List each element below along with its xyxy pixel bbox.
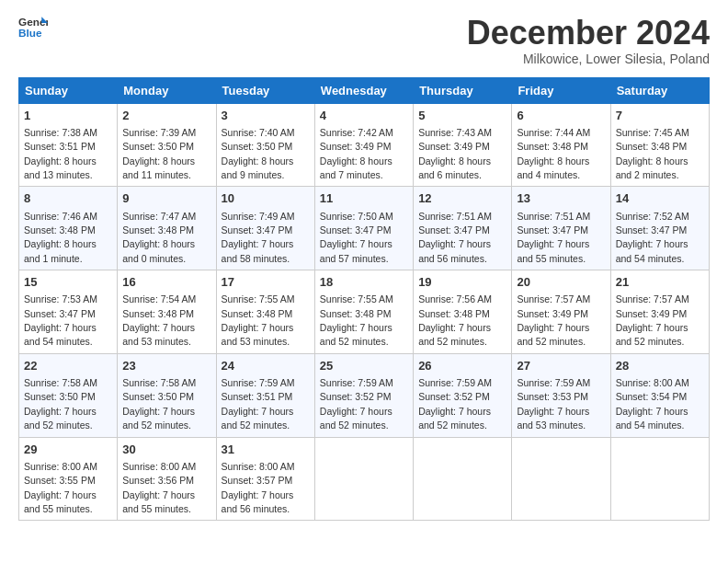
calendar-cell xyxy=(314,437,413,521)
day-number: 26 xyxy=(418,358,506,374)
calendar-cell: 15Sunrise: 7:53 AMSunset: 3:47 PMDayligh… xyxy=(19,270,118,354)
day-number: 23 xyxy=(122,358,210,374)
day-number: 7 xyxy=(616,108,704,124)
sunset-text: Sunset: 3:50 PM xyxy=(122,141,194,152)
calendar-cell: 18Sunrise: 7:55 AMSunset: 3:48 PMDayligh… xyxy=(314,270,413,354)
day-number: 1 xyxy=(24,108,112,124)
sunset-text: Sunset: 3:55 PM xyxy=(24,475,96,486)
calendar-week-row: 29Sunrise: 8:00 AMSunset: 3:55 PMDayligh… xyxy=(19,437,710,521)
calendar-cell: 4Sunrise: 7:42 AMSunset: 3:49 PMDaylight… xyxy=(314,103,413,187)
daylight-text: Daylight: 7 hours and 54 minutes. xyxy=(616,238,688,263)
daylight-text: Daylight: 7 hours and 54 minutes. xyxy=(24,322,97,347)
day-number: 3 xyxy=(222,108,310,124)
sunset-text: Sunset: 3:49 PM xyxy=(418,141,490,152)
daylight-text: Daylight: 7 hours and 53 minutes. xyxy=(122,322,195,347)
day-header-friday: Friday xyxy=(512,77,610,103)
daylight-text: Daylight: 7 hours and 52 minutes. xyxy=(222,406,294,431)
day-number: 4 xyxy=(320,108,408,124)
day-header-monday: Monday xyxy=(118,77,216,103)
sunrise-text: Sunrise: 8:00 AM xyxy=(122,461,196,472)
calendar-cell: 29Sunrise: 8:00 AMSunset: 3:55 PMDayligh… xyxy=(19,437,118,521)
daylight-text: Daylight: 7 hours and 53 minutes. xyxy=(517,406,589,431)
sunset-text: Sunset: 3:47 PM xyxy=(616,224,688,236)
day-number: 20 xyxy=(517,274,605,291)
daylight-text: Daylight: 8 hours and 9 minutes. xyxy=(222,155,294,180)
sunrise-text: Sunrise: 8:00 AM xyxy=(616,377,689,388)
sunset-text: Sunset: 3:51 PM xyxy=(222,391,293,402)
sunset-text: Sunset: 3:50 PM xyxy=(122,391,194,402)
daylight-text: Daylight: 8 hours and 4 minutes. xyxy=(517,155,589,180)
daylight-text: Daylight: 7 hours and 52 minutes. xyxy=(122,406,195,431)
sunrise-text: Sunrise: 8:00 AM xyxy=(24,461,97,472)
sunset-text: Sunset: 3:48 PM xyxy=(517,141,588,152)
day-number: 15 xyxy=(24,274,112,291)
svg-text:Blue: Blue xyxy=(18,27,42,39)
sunset-text: Sunset: 3:48 PM xyxy=(320,308,392,319)
sunrise-text: Sunrise: 7:46 AM xyxy=(24,211,97,222)
sunrise-text: Sunrise: 7:54 AM xyxy=(122,293,196,304)
daylight-text: Daylight: 7 hours and 56 minutes. xyxy=(418,238,491,263)
daylight-text: Daylight: 7 hours and 52 minutes. xyxy=(418,406,491,431)
daylight-text: Daylight: 7 hours and 55 minutes. xyxy=(122,489,195,514)
calendar-cell xyxy=(512,437,610,521)
daylight-text: Daylight: 7 hours and 52 minutes. xyxy=(24,406,97,431)
day-number: 16 xyxy=(122,274,210,291)
day-number: 21 xyxy=(616,274,704,291)
calendar-cell: 5Sunrise: 7:43 AMSunset: 3:49 PMDaylight… xyxy=(414,103,512,187)
sunset-text: Sunset: 3:49 PM xyxy=(616,308,688,319)
calendar-cell: 26Sunrise: 7:59 AMSunset: 3:52 PMDayligh… xyxy=(414,353,512,437)
sunrise-text: Sunrise: 7:59 AM xyxy=(320,377,393,388)
calendar-cell: 25Sunrise: 7:59 AMSunset: 3:52 PMDayligh… xyxy=(314,353,413,437)
sunrise-text: Sunrise: 7:44 AM xyxy=(517,127,590,138)
daylight-text: Daylight: 8 hours and 6 minutes. xyxy=(418,155,491,180)
sunrise-text: Sunrise: 8:00 AM xyxy=(222,461,295,472)
calendar-cell: 2Sunrise: 7:39 AMSunset: 3:50 PMDaylight… xyxy=(118,103,216,187)
calendar-cell: 7Sunrise: 7:45 AMSunset: 3:48 PMDaylight… xyxy=(610,103,709,187)
day-number: 19 xyxy=(418,274,506,291)
day-number: 24 xyxy=(222,358,310,374)
calendar-cell: 16Sunrise: 7:54 AMSunset: 3:48 PMDayligh… xyxy=(118,270,216,354)
daylight-text: Daylight: 7 hours and 55 minutes. xyxy=(517,238,589,263)
sunrise-text: Sunrise: 7:45 AM xyxy=(616,127,689,138)
day-number: 27 xyxy=(517,358,605,374)
sunrise-text: Sunrise: 7:42 AM xyxy=(320,127,393,138)
sunset-text: Sunset: 3:48 PM xyxy=(418,308,490,319)
sunset-text: Sunset: 3:48 PM xyxy=(24,224,96,236)
calendar-week-row: 15Sunrise: 7:53 AMSunset: 3:47 PMDayligh… xyxy=(19,270,710,354)
day-header-sunday: Sunday xyxy=(19,77,118,103)
calendar-table: SundayMondayTuesdayWednesdayThursdayFrid… xyxy=(18,77,710,522)
day-number: 5 xyxy=(418,108,506,124)
daylight-text: Daylight: 7 hours and 57 minutes. xyxy=(320,238,392,263)
sunset-text: Sunset: 3:52 PM xyxy=(418,391,490,402)
sunset-text: Sunset: 3:49 PM xyxy=(517,308,588,319)
calendar-cell: 13Sunrise: 7:51 AMSunset: 3:47 PMDayligh… xyxy=(512,187,610,270)
calendar-cell: 24Sunrise: 7:59 AMSunset: 3:51 PMDayligh… xyxy=(216,353,314,437)
day-number: 11 xyxy=(320,190,408,207)
calendar-cell: 8Sunrise: 7:46 AMSunset: 3:48 PMDaylight… xyxy=(19,187,118,270)
daylight-text: Daylight: 8 hours and 2 minutes. xyxy=(616,155,688,180)
calendar-cell: 11Sunrise: 7:50 AMSunset: 3:47 PMDayligh… xyxy=(314,187,413,270)
calendar-header-row: SundayMondayTuesdayWednesdayThursdayFrid… xyxy=(19,77,710,103)
calendar-cell: 9Sunrise: 7:47 AMSunset: 3:48 PMDaylight… xyxy=(118,187,216,270)
sunset-text: Sunset: 3:47 PM xyxy=(320,224,392,236)
calendar-cell: 30Sunrise: 8:00 AMSunset: 3:56 PMDayligh… xyxy=(118,437,216,521)
calendar-cell: 31Sunrise: 8:00 AMSunset: 3:57 PMDayligh… xyxy=(216,437,314,521)
daylight-text: Daylight: 7 hours and 52 minutes. xyxy=(517,322,589,347)
sunrise-text: Sunrise: 7:57 AM xyxy=(616,293,689,304)
sunrise-text: Sunrise: 7:39 AM xyxy=(122,127,196,138)
day-number: 12 xyxy=(418,190,506,207)
calendar-week-row: 1Sunrise: 7:38 AMSunset: 3:51 PMDaylight… xyxy=(19,103,710,187)
sunset-text: Sunset: 3:48 PM xyxy=(122,308,194,319)
day-number: 17 xyxy=(222,274,310,291)
sunset-text: Sunset: 3:52 PM xyxy=(320,391,392,402)
logo-icon: General Blue xyxy=(18,15,48,40)
day-number: 30 xyxy=(122,442,210,458)
daylight-text: Daylight: 7 hours and 56 minutes. xyxy=(222,489,294,514)
calendar-cell: 28Sunrise: 8:00 AMSunset: 3:54 PMDayligh… xyxy=(610,353,709,437)
day-number: 10 xyxy=(222,190,310,207)
sunset-text: Sunset: 3:51 PM xyxy=(24,141,96,152)
sunrise-text: Sunrise: 7:50 AM xyxy=(320,211,393,222)
sunrise-text: Sunrise: 7:47 AM xyxy=(122,211,196,222)
sunrise-text: Sunrise: 7:40 AM xyxy=(222,127,295,138)
sunrise-text: Sunrise: 7:57 AM xyxy=(517,293,590,304)
